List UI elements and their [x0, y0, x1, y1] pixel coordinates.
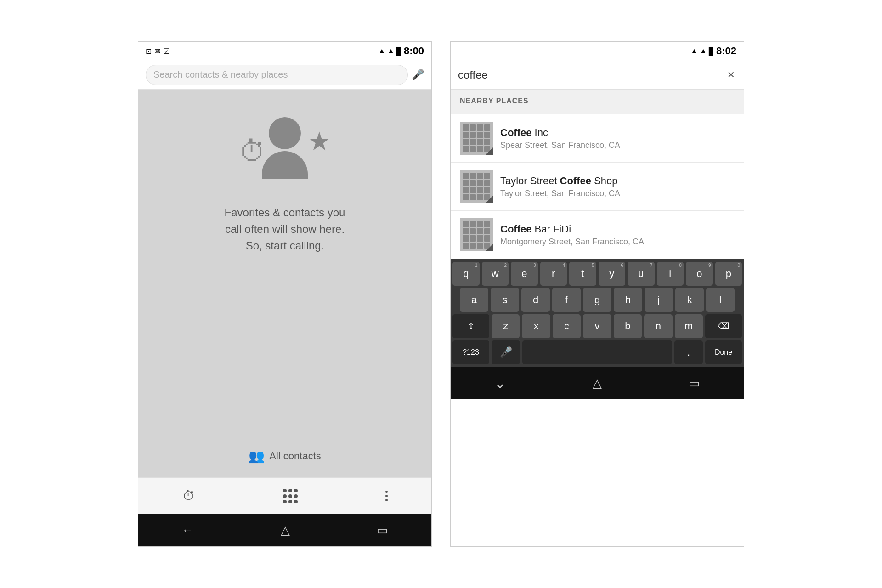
key-g[interactable]: g: [583, 288, 611, 312]
recents-btn-2[interactable]: ▭: [678, 373, 711, 394]
key-n[interactable]: n: [644, 314, 672, 338]
signal-icon-2: ▲: [700, 47, 707, 55]
favorites-text-line2: call often will show here.: [225, 223, 345, 235]
result-thumbnail-3: [460, 218, 493, 251]
key-w[interactable]: w2: [482, 262, 509, 286]
kb-row-1: q1 w2 e3 r4 t5 y6 u7 i8 o9 p0: [452, 262, 742, 286]
result-name-2: Taylor Street Coffee Shop: [500, 175, 735, 187]
key-mic[interactable]: 🎤: [492, 340, 520, 364]
recents-nav-btn[interactable]: ⏱: [173, 485, 204, 507]
main-content-1: ⏱ ★ Favorites & contacts you call often …: [138, 90, 431, 477]
key-d[interactable]: d: [521, 288, 550, 312]
system-nav-2: ⌄ △ ▭: [451, 367, 744, 399]
search-bar-2[interactable]: coffee ×: [451, 60, 744, 90]
more-options-nav-btn[interactable]: [376, 487, 397, 505]
phone-2: ▲ ▲ ▊ 8:02 coffee × NEARBY PLACES: [450, 41, 744, 547]
system-nav-1: ← △ ▭: [138, 514, 431, 546]
battery-icon-2: ▊: [709, 47, 714, 56]
key-s[interactable]: s: [491, 288, 519, 312]
key-o[interactable]: o9: [686, 262, 713, 286]
result-text-1: Coffee Inc Spear Street, San Francisco, …: [500, 127, 735, 150]
status-icons-right: ▲ ▲ ▊ 8:00: [378, 45, 424, 57]
kb-row-3: ⇧ z x c v b n m ⌫: [452, 314, 742, 338]
key-symbols[interactable]: ?123: [452, 340, 489, 364]
key-backspace[interactable]: ⌫: [705, 314, 742, 338]
key-f[interactable]: f: [552, 288, 581, 312]
status-bar-1: ⊡ ✉ ☑ ▲ ▲ ▊ 8:00: [138, 42, 431, 60]
key-l[interactable]: l: [706, 288, 735, 312]
favorites-icons: ⏱ ★: [239, 117, 331, 191]
key-k[interactable]: k: [675, 288, 704, 312]
keyboard: q1 w2 e3 r4 t5 y6 u7 i8 o9 p0 a s d f: [451, 259, 744, 367]
dialpad-nav-btn[interactable]: [274, 485, 307, 507]
key-q[interactable]: q1: [452, 262, 480, 286]
result-item-2[interactable]: Taylor Street Coffee Shop Taylor Street,…: [451, 163, 744, 211]
person-icon: [262, 117, 308, 179]
key-a[interactable]: a: [460, 288, 488, 312]
favorites-text-line1: Favorites & contacts you: [225, 206, 345, 219]
key-b[interactable]: b: [614, 314, 642, 338]
all-contacts-row[interactable]: 👥 All contacts: [249, 448, 321, 464]
star-icon: ★: [308, 126, 331, 156]
phone-1: ⊡ ✉ ☑ ▲ ▲ ▊ 8:00 Search contacts & nearb…: [138, 41, 432, 547]
search-input-container[interactable]: Search contacts & nearby places: [146, 65, 408, 85]
screenshot-icon: ⊡: [146, 47, 152, 56]
search-value-display[interactable]: coffee: [458, 68, 714, 81]
result-text-3: Coffee Bar FiDi Montgomery Street, San F…: [500, 223, 735, 247]
person-head: [269, 117, 301, 149]
check-icon: ☑: [163, 47, 170, 56]
nearby-places-header: NEARBY PLACES: [451, 90, 744, 114]
back-btn-1[interactable]: ←: [171, 520, 205, 541]
nearby-places-title: NEARBY PLACES: [460, 97, 735, 105]
key-t[interactable]: t5: [569, 262, 596, 286]
close-search-btn[interactable]: ×: [726, 66, 736, 84]
key-shift[interactable]: ⇧: [452, 314, 489, 338]
key-space[interactable]: [522, 340, 672, 364]
result-text-2: Taylor Street Coffee Shop Taylor Street,…: [500, 175, 735, 198]
result-address-1: Spear Street, San Francisco, CA: [500, 141, 735, 150]
key-h[interactable]: h: [614, 288, 642, 312]
key-i[interactable]: i8: [657, 262, 684, 286]
kb-row-4: ?123 🎤 . Done: [452, 340, 742, 364]
key-j[interactable]: j: [645, 288, 673, 312]
key-u[interactable]: u7: [628, 262, 655, 286]
key-z[interactable]: z: [492, 314, 520, 338]
contacts-icon: 👥: [249, 448, 265, 464]
home-btn-2[interactable]: △: [582, 373, 613, 394]
key-x[interactable]: x: [522, 314, 550, 338]
person-body: [262, 151, 308, 179]
kb-row-2: a s d f g h j k l: [452, 288, 742, 312]
result-item-1[interactable]: Coffee Inc Spear Street, San Francisco, …: [451, 114, 744, 163]
status-time: 8:00: [404, 45, 424, 57]
result-thumbnail-2: [460, 170, 493, 203]
key-done[interactable]: Done: [705, 340, 742, 364]
status-icons-right-2: ▲ ▲ ▊ 8:02: [690, 45, 736, 57]
email-icon: ✉: [154, 47, 160, 56]
key-p[interactable]: p0: [715, 262, 742, 286]
status-bar-2: ▲ ▲ ▊ 8:02: [451, 42, 744, 60]
key-e[interactable]: e3: [511, 262, 538, 286]
mic-icon-1[interactable]: 🎤: [412, 69, 424, 81]
favorites-description: Favorites & contacts you call often will…: [225, 204, 345, 254]
chevron-down-btn[interactable]: ⌄: [483, 372, 517, 395]
key-period[interactable]: .: [674, 340, 703, 364]
key-y[interactable]: y6: [599, 262, 626, 286]
battery-icon: ▊: [396, 47, 402, 56]
bottom-nav-1: ⏱: [138, 477, 431, 514]
key-v[interactable]: v: [583, 314, 611, 338]
key-m[interactable]: m: [675, 314, 703, 338]
search-results-container: NEARBY PLACES Coffee Inc Spear Street: [451, 90, 744, 367]
all-contacts-label: All contacts: [269, 450, 321, 462]
search-bar-1[interactable]: Search contacts & nearby places 🎤: [138, 60, 431, 90]
search-placeholder-1: Search contacts & nearby places: [153, 69, 400, 80]
home-btn-1[interactable]: △: [270, 520, 301, 541]
result-thumbnail-1: [460, 122, 493, 155]
recents-btn-1[interactable]: ▭: [366, 520, 399, 541]
result-name-1: Coffee Inc: [500, 127, 735, 139]
status-icons-left: ⊡ ✉ ☑: [146, 47, 170, 56]
key-c[interactable]: c: [553, 314, 581, 338]
result-address-3: Montgomery Street, San Francisco, CA: [500, 237, 735, 247]
result-item-3[interactable]: Coffee Bar FiDi Montgomery Street, San F…: [451, 211, 744, 259]
key-r[interactable]: r4: [540, 262, 567, 286]
section-divider: [460, 108, 735, 108]
